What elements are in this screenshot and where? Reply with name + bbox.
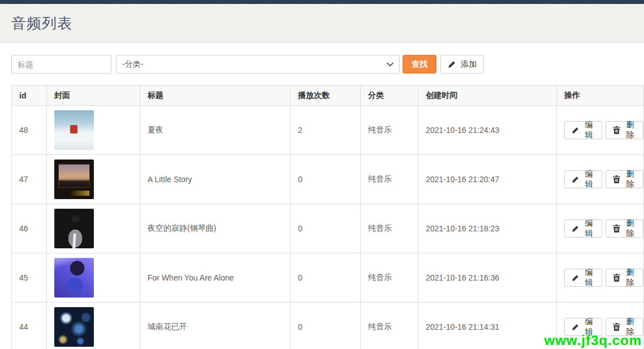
cell-category: 纯音乐	[361, 303, 418, 349]
cell-category: 纯音乐	[361, 204, 418, 253]
cell-title: 夏夜	[140, 106, 291, 155]
cell-plays: 2	[291, 106, 361, 155]
category-select[interactable]: -分类-	[116, 55, 400, 74]
col-header-id: id	[12, 85, 47, 106]
table-row: 45 For When You Are Alone 0 纯音乐 2021-10-…	[12, 253, 644, 303]
top-bar	[0, 0, 644, 4]
cell-category: 纯音乐	[361, 253, 418, 303]
page-title: 音频列表	[11, 14, 72, 33]
edit-button[interactable]: 编辑	[564, 269, 602, 287]
trash-icon	[613, 126, 620, 134]
cell-created: 2021-10-16 21:20:47	[418, 155, 557, 204]
cell-cover	[47, 253, 140, 303]
watermark: www.jf3q.com	[544, 333, 642, 348]
edit-button-label: 编辑	[583, 120, 595, 140]
cell-cover	[47, 106, 140, 155]
col-header-title: 标题	[140, 85, 291, 106]
pencil-icon	[572, 324, 579, 331]
delete-button[interactable]: 删除	[606, 269, 643, 287]
cell-created: 2021-10-16 21:24:43	[418, 106, 557, 155]
pencil-icon	[448, 61, 456, 68]
cover-image	[54, 307, 94, 347]
col-header-actions: 操作	[557, 85, 644, 106]
table-row: 47 A Little Story 0 纯音乐 2021-10-16 21:20…	[12, 155, 644, 204]
add-button-label: 添加	[461, 59, 477, 70]
cell-id: 44	[12, 303, 47, 349]
cell-plays: 0	[291, 303, 361, 349]
edit-button-label: 编辑	[583, 268, 595, 288]
cell-plays: 0	[291, 253, 361, 303]
cell-title: 城南花已开	[140, 303, 291, 349]
trash-icon	[613, 323, 620, 331]
cell-category: 纯音乐	[361, 155, 418, 204]
pencil-icon	[572, 225, 579, 232]
edit-button[interactable]: 编辑	[564, 219, 602, 238]
cell-plays: 0	[291, 204, 361, 253]
cell-title: A Little Story	[140, 155, 291, 204]
cover-image	[54, 110, 94, 150]
delete-button-label: 删除	[624, 268, 636, 288]
edit-button-label: 编辑	[583, 169, 595, 189]
delete-button[interactable]: 删除	[606, 170, 643, 188]
add-button[interactable]: 添加	[440, 55, 484, 74]
cell-category: 纯音乐	[361, 106, 418, 155]
cover-image	[54, 160, 94, 199]
pencil-icon	[572, 127, 579, 134]
col-header-plays: 播放次数	[291, 85, 361, 106]
delete-button-label: 删除	[624, 169, 636, 189]
cell-id: 45	[12, 253, 47, 303]
cell-title: 夜空的寂静(钢琴曲)	[140, 204, 291, 253]
pencil-icon	[572, 176, 579, 183]
col-header-cover: 封面	[47, 85, 140, 106]
edit-button[interactable]: 编辑	[564, 121, 602, 139]
cell-cover	[47, 303, 140, 349]
edit-button-label: 编辑	[583, 218, 595, 239]
cover-image	[54, 258, 94, 298]
delete-button-label: 删除	[624, 218, 636, 239]
cell-created: 2021-10-16 21:16:36	[418, 253, 557, 303]
edit-button[interactable]: 编辑	[564, 170, 602, 188]
col-header-created: 创建时间	[418, 85, 557, 106]
search-toolbar: -分类- 查找 添加	[11, 55, 633, 74]
cell-created: 2021-10-16 21:18:23	[418, 204, 557, 253]
delete-button-label: 删除	[624, 120, 636, 140]
trash-icon	[613, 225, 620, 232]
audio-table: id 封面 标题 播放次数 分类 创建时间 操作 48 夏夜 2 纯音乐 202…	[11, 85, 644, 349]
cell-title: For When You Are Alone	[140, 253, 291, 303]
delete-button[interactable]: 删除	[606, 121, 643, 139]
title-search-input[interactable]	[11, 55, 111, 74]
table-header: id 封面 标题 播放次数 分类 创建时间 操作	[12, 85, 644, 106]
cell-actions: 编辑 删除	[557, 106, 644, 155]
cell-id: 48	[12, 106, 47, 155]
table-row: 46 夜空的寂静(钢琴曲) 0 纯音乐 2021-10-16 21:18:23 …	[12, 204, 644, 253]
search-button[interactable]: 查找	[403, 55, 436, 74]
page-header: 音频列表	[0, 4, 644, 43]
cell-cover	[47, 204, 140, 253]
cell-id: 47	[12, 155, 47, 204]
table-row: 48 夏夜 2 纯音乐 2021-10-16 21:24:43 编辑 删除	[12, 106, 644, 155]
cell-actions: 编辑 删除	[557, 253, 644, 303]
trash-icon	[613, 274, 620, 282]
cover-image	[54, 209, 94, 248]
cell-id: 46	[12, 204, 47, 253]
cell-cover	[47, 155, 140, 204]
trash-icon	[613, 175, 620, 183]
chevron-down-icon	[387, 62, 394, 67]
cell-actions: 编辑 删除	[557, 204, 644, 253]
cell-plays: 0	[291, 155, 361, 204]
cell-created: 2021-10-16 21:14:31	[418, 303, 557, 349]
col-header-category: 分类	[361, 85, 418, 106]
cell-actions: 编辑 删除	[557, 155, 644, 204]
delete-button[interactable]: 删除	[606, 219, 643, 238]
pencil-icon	[572, 274, 579, 282]
category-select-value: -分类-	[122, 59, 143, 70]
